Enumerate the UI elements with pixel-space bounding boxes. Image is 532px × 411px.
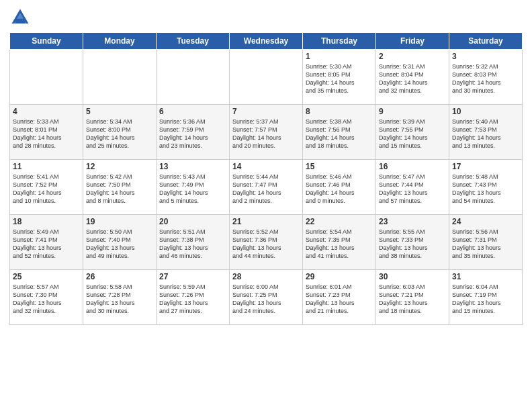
calendar-cell-2-7: 10Sunrise: 5:40 AM Sunset: 7:53 PM Dayli…	[449, 105, 523, 160]
day-number: 22	[306, 217, 373, 226]
svg-rect-2	[15, 19, 25, 24]
calendar-cell-5-3: 27Sunrise: 5:59 AM Sunset: 7:26 PM Dayli…	[157, 270, 230, 325]
cell-info: Sunrise: 5:36 AM Sunset: 7:59 PM Dayligh…	[159, 118, 226, 150]
calendar-cell-4-6: 23Sunrise: 5:55 AM Sunset: 7:33 PM Dayli…	[376, 215, 449, 270]
cell-info: Sunrise: 5:54 AM Sunset: 7:35 PM Dayligh…	[306, 228, 373, 261]
day-number: 24	[452, 217, 519, 226]
cell-info: Sunrise: 5:59 AM Sunset: 7:26 PM Dayligh…	[159, 283, 226, 316]
calendar-cell-1-4	[230, 50, 303, 105]
weekday-header-wednesday: Wednesday	[230, 33, 303, 50]
day-number: 30	[379, 272, 446, 281]
calendar-row-3: 11Sunrise: 5:41 AM Sunset: 7:52 PM Dayli…	[10, 160, 523, 215]
calendar-row-2: 4Sunrise: 5:33 AM Sunset: 8:01 PM Daylig…	[10, 105, 523, 160]
calendar-cell-3-5: 15Sunrise: 5:46 AM Sunset: 7:46 PM Dayli…	[303, 160, 376, 215]
day-number: 29	[306, 272, 373, 281]
cell-info: Sunrise: 5:57 AM Sunset: 7:30 PM Dayligh…	[13, 283, 80, 316]
calendar-cell-5-5: 29Sunrise: 6:01 AM Sunset: 7:23 PM Dayli…	[303, 270, 376, 325]
day-number: 3	[452, 52, 519, 61]
cell-info: Sunrise: 6:01 AM Sunset: 7:23 PM Dayligh…	[306, 283, 373, 316]
calendar-cell-3-1: 11Sunrise: 5:41 AM Sunset: 7:52 PM Dayli…	[10, 160, 83, 215]
day-number: 28	[232, 272, 300, 281]
calendar-cell-1-7: 3Sunrise: 5:32 AM Sunset: 8:03 PM Daylig…	[449, 50, 523, 105]
day-number: 8	[306, 107, 373, 116]
calendar-cell-4-1: 18Sunrise: 5:49 AM Sunset: 7:41 PM Dayli…	[10, 215, 83, 270]
cell-info: Sunrise: 6:04 AM Sunset: 7:19 PM Dayligh…	[452, 283, 519, 316]
weekday-header-saturday: Saturday	[449, 33, 523, 50]
calendar-cell-3-4: 14Sunrise: 5:44 AM Sunset: 7:47 PM Dayli…	[230, 160, 303, 215]
cell-info: Sunrise: 5:34 AM Sunset: 8:00 PM Dayligh…	[86, 118, 153, 150]
day-number: 18	[13, 217, 80, 226]
day-number: 9	[379, 107, 446, 116]
cell-info: Sunrise: 5:56 AM Sunset: 7:31 PM Dayligh…	[452, 228, 519, 261]
weekday-header-row: SundayMondayTuesdayWednesdayThursdayFrid…	[10, 33, 523, 50]
calendar-cell-3-3: 13Sunrise: 5:43 AM Sunset: 7:49 PM Dayli…	[157, 160, 230, 215]
cell-info: Sunrise: 5:55 AM Sunset: 7:33 PM Dayligh…	[379, 228, 446, 261]
cell-info: Sunrise: 5:37 AM Sunset: 7:57 PM Dayligh…	[232, 118, 300, 150]
cell-info: Sunrise: 5:58 AM Sunset: 7:28 PM Dayligh…	[86, 283, 153, 316]
calendar-cell-2-6: 9Sunrise: 5:39 AM Sunset: 7:55 PM Daylig…	[376, 105, 449, 160]
calendar-cell-2-1: 4Sunrise: 5:33 AM Sunset: 8:01 PM Daylig…	[10, 105, 83, 160]
calendar-cell-1-6: 2Sunrise: 5:31 AM Sunset: 8:04 PM Daylig…	[376, 50, 449, 105]
day-number: 10	[452, 107, 519, 116]
calendar-cell-1-5: 1Sunrise: 5:30 AM Sunset: 8:05 PM Daylig…	[303, 50, 376, 105]
calendar-cell-2-4: 7Sunrise: 5:37 AM Sunset: 7:57 PM Daylig…	[230, 105, 303, 160]
cell-info: Sunrise: 5:31 AM Sunset: 8:04 PM Dayligh…	[379, 62, 446, 95]
day-number: 16	[379, 162, 446, 171]
day-number: 17	[452, 162, 519, 171]
cell-info: Sunrise: 5:39 AM Sunset: 7:55 PM Dayligh…	[379, 118, 446, 150]
day-number: 4	[13, 107, 80, 116]
calendar-cell-2-5: 8Sunrise: 5:38 AM Sunset: 7:56 PM Daylig…	[303, 105, 376, 160]
day-number: 21	[232, 217, 300, 226]
cell-info: Sunrise: 6:03 AM Sunset: 7:21 PM Dayligh…	[379, 283, 446, 316]
calendar-cell-3-7: 17Sunrise: 5:48 AM Sunset: 7:43 PM Dayli…	[449, 160, 523, 215]
calendar-cell-5-2: 26Sunrise: 5:58 AM Sunset: 7:28 PM Dayli…	[83, 270, 157, 325]
day-number: 2	[379, 52, 446, 61]
cell-info: Sunrise: 5:47 AM Sunset: 7:44 PM Dayligh…	[379, 173, 446, 205]
day-number: 23	[379, 217, 446, 226]
cell-info: Sunrise: 5:44 AM Sunset: 7:47 PM Dayligh…	[232, 173, 300, 205]
cell-info: Sunrise: 5:30 AM Sunset: 8:05 PM Dayligh…	[306, 62, 373, 95]
day-number: 14	[232, 162, 300, 171]
day-number: 1	[306, 52, 373, 61]
cell-info: Sunrise: 5:46 AM Sunset: 7:46 PM Dayligh…	[306, 173, 373, 205]
day-number: 13	[159, 162, 226, 171]
cell-info: Sunrise: 5:33 AM Sunset: 8:01 PM Dayligh…	[13, 118, 80, 150]
day-number: 20	[159, 217, 226, 226]
day-number: 12	[86, 162, 153, 171]
calendar-cell-4-7: 24Sunrise: 5:56 AM Sunset: 7:31 PM Dayli…	[449, 215, 523, 270]
cell-info: Sunrise: 5:42 AM Sunset: 7:50 PM Dayligh…	[86, 173, 153, 205]
calendar-cell-4-4: 21Sunrise: 5:52 AM Sunset: 7:36 PM Dayli…	[230, 215, 303, 270]
day-number: 5	[86, 107, 153, 116]
cell-info: Sunrise: 6:00 AM Sunset: 7:25 PM Dayligh…	[232, 283, 300, 316]
calendar-table: SundayMondayTuesdayWednesdayThursdayFrid…	[9, 32, 523, 325]
calendar-cell-4-2: 19Sunrise: 5:50 AM Sunset: 7:40 PM Dayli…	[83, 215, 157, 270]
calendar-cell-1-2	[83, 50, 157, 105]
weekday-header-sunday: Sunday	[10, 33, 83, 50]
weekday-header-tuesday: Tuesday	[157, 33, 230, 50]
calendar-cell-3-2: 12Sunrise: 5:42 AM Sunset: 7:50 PM Dayli…	[83, 160, 157, 215]
cell-info: Sunrise: 5:50 AM Sunset: 7:40 PM Dayligh…	[86, 228, 153, 261]
calendar-cell-4-3: 20Sunrise: 5:51 AM Sunset: 7:38 PM Dayli…	[157, 215, 230, 270]
cell-info: Sunrise: 5:43 AM Sunset: 7:49 PM Dayligh…	[159, 173, 226, 205]
calendar-cell-1-1	[10, 50, 83, 105]
cell-info: Sunrise: 5:52 AM Sunset: 7:36 PM Dayligh…	[232, 228, 300, 261]
calendar-cell-5-1: 25Sunrise: 5:57 AM Sunset: 7:30 PM Dayli…	[10, 270, 83, 325]
day-number: 31	[452, 272, 519, 281]
cell-info: Sunrise: 5:41 AM Sunset: 7:52 PM Dayligh…	[13, 173, 80, 205]
calendar-cell-2-2: 5Sunrise: 5:34 AM Sunset: 8:00 PM Daylig…	[83, 105, 157, 160]
logo-icon	[9, 7, 31, 28]
day-number: 6	[159, 107, 226, 116]
day-number: 19	[86, 217, 153, 226]
day-number: 25	[13, 272, 80, 281]
cell-info: Sunrise: 5:32 AM Sunset: 8:03 PM Dayligh…	[452, 62, 519, 95]
page-container: SundayMondayTuesdayWednesdayThursdayFrid…	[0, 0, 532, 332]
cell-info: Sunrise: 5:48 AM Sunset: 7:43 PM Dayligh…	[452, 173, 519, 205]
weekday-header-friday: Friday	[376, 33, 449, 50]
calendar-row-4: 18Sunrise: 5:49 AM Sunset: 7:41 PM Dayli…	[10, 215, 523, 270]
logo	[9, 7, 34, 28]
cell-info: Sunrise: 5:51 AM Sunset: 7:38 PM Dayligh…	[159, 228, 226, 261]
calendar-cell-1-3	[157, 50, 230, 105]
calendar-cell-4-5: 22Sunrise: 5:54 AM Sunset: 7:35 PM Dayli…	[303, 215, 376, 270]
calendar-cell-2-3: 6Sunrise: 5:36 AM Sunset: 7:59 PM Daylig…	[157, 105, 230, 160]
calendar-cell-5-7: 31Sunrise: 6:04 AM Sunset: 7:19 PM Dayli…	[449, 270, 523, 325]
